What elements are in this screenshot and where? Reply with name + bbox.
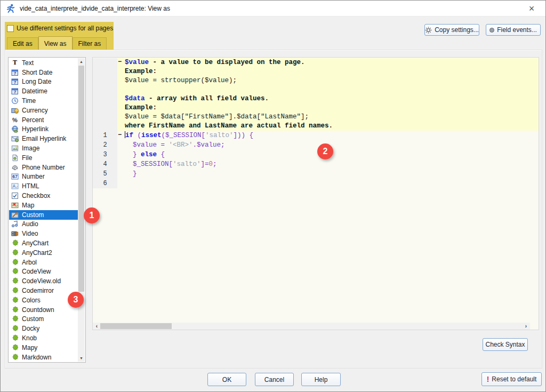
list-item-audio-17[interactable]: Audio (9, 220, 78, 229)
comment-line: where FirstName and LastName are actual … (93, 122, 539, 131)
plugin-icon (11, 259, 19, 266)
editor-hscrollbar[interactable]: ‹ › (93, 323, 530, 330)
use-different-settings-label: Use different settings for all pages (17, 25, 113, 32)
list-item-label: Audio (22, 220, 38, 228)
image-icon (11, 145, 19, 152)
fold-collapse-icon[interactable]: − (118, 130, 122, 140)
map-icon (11, 202, 19, 209)
list-item-map-15[interactable]: Map (9, 201, 78, 210)
annotation-badge-2: 2 (317, 143, 333, 159)
list-item-anychart2-20[interactable]: AnyChart2 (9, 248, 78, 258)
copy-settings-button[interactable]: Copy settings... (424, 24, 479, 36)
svg-text:A: A (12, 183, 15, 189)
editor-lines: −$value - a value to be displayed on the… (93, 58, 539, 188)
comment-line: Example: (93, 103, 539, 113)
list-item-datetime-3[interactable]: 7Datetime (9, 86, 78, 96)
line-content: −if (isset($_SESSION['salto'])) { (117, 131, 539, 140)
list-item-label: Custom (22, 211, 44, 219)
list-item-time-4[interactable]: Time (9, 96, 78, 106)
scroll-down-icon[interactable]: ▼ (78, 355, 85, 362)
list-item-number-12[interactable]: 67Number (9, 172, 78, 182)
code-editor[interactable]: −$value - a value to be displayed on the… (92, 57, 539, 330)
list-item-codemirror-24[interactable]: Codemirror (9, 286, 78, 295)
help-button[interactable]: Help (301, 373, 341, 386)
list-item-countdown-26[interactable]: Countdown (9, 305, 78, 315)
close-icon[interactable]: × (524, 2, 539, 15)
list-item-markdown-31[interactable]: Markdown (9, 353, 78, 362)
list-item-file-10[interactable]: File (9, 153, 78, 163)
scroll-left-icon[interactable]: ‹ (93, 323, 100, 330)
use-different-settings-checkbox[interactable] (7, 25, 14, 32)
list-scrollbar[interactable]: ▲ ▼ (78, 58, 85, 362)
plugin-icon (11, 287, 19, 294)
list-item-email-hyperlink-8[interactable]: Email Hyperlink (9, 134, 78, 143)
list-item-label: Short Date (22, 69, 52, 76)
warning-exclamation-icon: ! (487, 375, 489, 383)
list-item-image-9[interactable]: Image (9, 143, 78, 153)
use-different-settings-row: Use different settings for all pages (7, 25, 113, 32)
time-icon (11, 97, 19, 105)
list-item-hyperlink-7[interactable]: Hyperlink (9, 125, 78, 134)
list-item-custom-16[interactable]: Custom (9, 210, 78, 220)
reset-label: Reset to default (492, 375, 536, 383)
scroll-right-icon[interactable]: › (523, 323, 529, 330)
list-item-phone-number-11[interactable]: Phone Number (9, 163, 78, 172)
code-line: 1−if (isset($_SESSION['salto'])) { (93, 131, 539, 140)
email-icon (11, 135, 19, 142)
list-item-custom-27[interactable]: Custom (9, 315, 78, 324)
list-item-checkbox-14[interactable]: Checkbox (9, 191, 78, 201)
plugin-icon (11, 268, 19, 275)
window-title: vide_cata_interprete_idvide_cata_interpr… (20, 5, 170, 12)
tab-filter-as[interactable]: Filter as (73, 37, 107, 50)
editor-hscrollbar-thumb[interactable] (100, 323, 172, 329)
tab-view-as[interactable]: View as (38, 36, 73, 50)
code-line: 6 (93, 179, 539, 188)
list-item-codeview-22[interactable]: CodeView (9, 267, 78, 277)
field-events-button[interactable]: Field events... (486, 24, 541, 36)
list-item-currency-5[interactable]: Currency (9, 106, 78, 115)
fold-collapse-icon[interactable]: − (118, 58, 122, 67)
code-line: 5 } (93, 169, 539, 179)
cancel-button[interactable]: Cancel (255, 373, 294, 386)
list-item-label: Time (22, 97, 36, 105)
list-item-knob-29[interactable]: Knob (9, 333, 78, 343)
list-item-percent-6[interactable]: %Percent (9, 115, 78, 125)
list-item-arbol-21[interactable]: Arbol (9, 258, 78, 267)
list-item-video-18[interactable]: Video (9, 229, 78, 238)
list-item-long-date-2[interactable]: 7Long Date (9, 77, 78, 87)
line-number (93, 103, 117, 113)
tab-edit-as[interactable]: Edit as (7, 37, 38, 50)
date-icon: 7 (11, 78, 19, 85)
list-item-short-date-1[interactable]: 7Short Date (9, 68, 78, 77)
reset-to-default-button[interactable]: ! Reset to default (481, 372, 542, 386)
list-item-label: File (22, 154, 32, 162)
check-syntax-label: Check Syntax (485, 341, 525, 348)
line-number: 6 (93, 179, 117, 188)
list-item-docky-28[interactable]: Docky (9, 324, 78, 333)
list-item-mapy-30[interactable]: Mapy (9, 343, 78, 353)
svg-text:7: 7 (14, 71, 16, 76)
check-syntax-button[interactable]: Check Syntax (483, 338, 528, 351)
custom-icon (11, 211, 19, 219)
list-scrollbar-thumb[interactable] (78, 66, 84, 292)
list-item-text-0[interactable]: TText (9, 58, 78, 68)
list-item-label: Hyperlink (22, 125, 49, 133)
annotation-badge-3: 3 (68, 292, 84, 308)
plugin-icon (11, 249, 19, 257)
settings-highlight-area: Use different settings for all pages Edi… (5, 22, 114, 50)
svg-text:7: 7 (14, 90, 16, 94)
plugin-icon (11, 315, 19, 323)
list-item-html-13[interactable]: AHTML (9, 181, 78, 191)
scroll-up-icon[interactable]: ▲ (78, 58, 85, 65)
field-type-list: TText7Short Date7Long Date7DatetimeTimeC… (9, 58, 78, 362)
ok-button[interactable]: OK (207, 373, 246, 386)
list-item-label: Text (22, 59, 34, 67)
line-content: Example: (117, 103, 539, 113)
list-item-anychart-19[interactable]: AnyChart (9, 238, 78, 248)
list-item-label: Image (22, 145, 39, 152)
list-item-label: Arbol (22, 259, 37, 266)
plugin-icon (11, 297, 19, 304)
phone-icon (11, 164, 19, 171)
line-content: where FirstName and LastName are actual … (117, 122, 539, 131)
list-item-codeview-old-23[interactable]: CodeView.old (9, 276, 78, 286)
